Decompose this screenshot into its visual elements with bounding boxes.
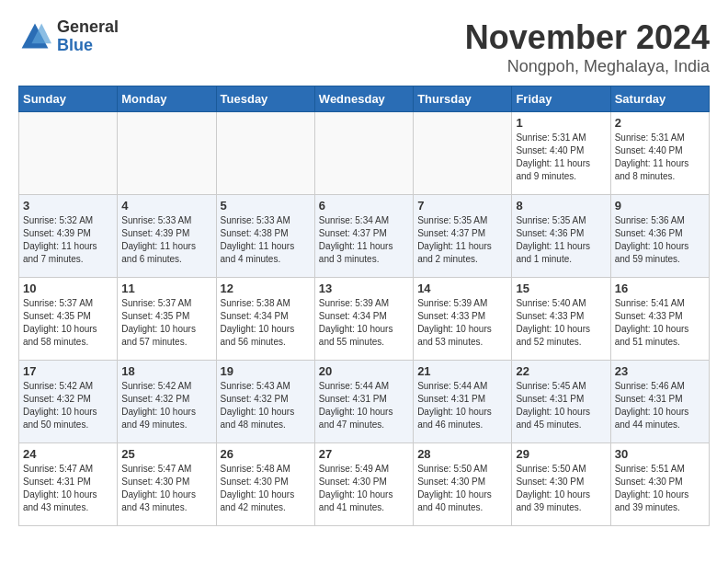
calendar-cell: 25Sunrise: 5:47 AM Sunset: 4:30 PM Dayli… bbox=[118, 443, 216, 526]
day-info: Sunrise: 5:32 AM Sunset: 4:39 PM Dayligh… bbox=[23, 214, 113, 266]
day-number: 5 bbox=[221, 199, 311, 213]
day-info: Sunrise: 5:47 AM Sunset: 4:31 PM Dayligh… bbox=[23, 463, 113, 514]
day-info: Sunrise: 5:42 AM Sunset: 4:32 PM Dayligh… bbox=[23, 380, 113, 431]
day-info: Sunrise: 5:46 AM Sunset: 4:31 PM Dayligh… bbox=[615, 380, 705, 431]
day-number: 29 bbox=[516, 447, 606, 461]
day-number: 8 bbox=[516, 199, 606, 213]
calendar-cell: 2Sunrise: 5:31 AM Sunset: 4:40 PM Daylig… bbox=[610, 112, 709, 195]
calendar-cell: 8Sunrise: 5:35 AM Sunset: 4:36 PM Daylig… bbox=[512, 195, 610, 278]
day-info: Sunrise: 5:33 AM Sunset: 4:38 PM Dayligh… bbox=[221, 214, 311, 266]
day-info: Sunrise: 5:42 AM Sunset: 4:32 PM Dayligh… bbox=[121, 380, 211, 431]
calendar-cell: 16Sunrise: 5:41 AM Sunset: 4:33 PM Dayli… bbox=[610, 278, 709, 361]
calendar-cell: 11Sunrise: 5:37 AM Sunset: 4:35 PM Dayli… bbox=[118, 278, 216, 361]
day-number: 25 bbox=[121, 447, 211, 461]
calendar-cell: 23Sunrise: 5:46 AM Sunset: 4:31 PM Dayli… bbox=[610, 361, 709, 443]
calendar-cell bbox=[414, 112, 512, 195]
day-number: 27 bbox=[319, 447, 409, 461]
weekday-header-sunday: Sunday bbox=[19, 86, 118, 112]
logo-general: General bbox=[57, 18, 119, 37]
day-number: 14 bbox=[417, 282, 507, 295]
day-number: 24 bbox=[23, 447, 113, 461]
calendar-cell bbox=[19, 112, 118, 195]
calendar-cell: 29Sunrise: 5:50 AM Sunset: 4:30 PM Dayli… bbox=[512, 443, 610, 526]
day-number: 4 bbox=[121, 199, 211, 213]
day-info: Sunrise: 5:38 AM Sunset: 4:34 PM Dayligh… bbox=[221, 297, 311, 349]
day-info: Sunrise: 5:51 AM Sunset: 4:30 PM Dayligh… bbox=[615, 463, 705, 514]
logo-icon bbox=[18, 20, 51, 53]
calendar-cell: 6Sunrise: 5:34 AM Sunset: 4:37 PM Daylig… bbox=[314, 195, 413, 278]
day-number: 16 bbox=[615, 282, 705, 295]
calendar-cell: 18Sunrise: 5:42 AM Sunset: 4:32 PM Dayli… bbox=[118, 361, 216, 443]
calendar-cell bbox=[314, 112, 413, 195]
calendar: SundayMondayTuesdayWednesdayThursdayFrid… bbox=[18, 86, 710, 526]
calendar-cell: 19Sunrise: 5:43 AM Sunset: 4:32 PM Dayli… bbox=[216, 361, 314, 443]
header: General Blue November 2024 Nongpoh, Megh… bbox=[18, 18, 710, 76]
calendar-cell: 26Sunrise: 5:48 AM Sunset: 4:30 PM Dayli… bbox=[216, 443, 314, 526]
day-number: 21 bbox=[417, 364, 507, 378]
day-info: Sunrise: 5:39 AM Sunset: 4:33 PM Dayligh… bbox=[417, 297, 507, 349]
calendar-cell: 20Sunrise: 5:44 AM Sunset: 4:31 PM Dayli… bbox=[314, 361, 413, 443]
day-number: 6 bbox=[319, 199, 409, 213]
weekday-header-saturday: Saturday bbox=[610, 86, 709, 112]
day-info: Sunrise: 5:37 AM Sunset: 4:35 PM Dayligh… bbox=[121, 297, 211, 349]
day-info: Sunrise: 5:47 AM Sunset: 4:30 PM Dayligh… bbox=[121, 463, 211, 514]
weekday-header-monday: Monday bbox=[118, 86, 216, 112]
day-number: 19 bbox=[221, 364, 311, 378]
calendar-cell: 24Sunrise: 5:47 AM Sunset: 4:31 PM Dayli… bbox=[19, 443, 118, 526]
weekday-header-friday: Friday bbox=[512, 86, 610, 112]
weekday-header-tuesday: Tuesday bbox=[216, 86, 314, 112]
calendar-cell: 27Sunrise: 5:49 AM Sunset: 4:30 PM Dayli… bbox=[314, 443, 413, 526]
day-number: 9 bbox=[615, 199, 705, 213]
calendar-cell: 15Sunrise: 5:40 AM Sunset: 4:33 PM Dayli… bbox=[512, 278, 610, 361]
day-info: Sunrise: 5:33 AM Sunset: 4:39 PM Dayligh… bbox=[121, 214, 211, 266]
day-number: 18 bbox=[121, 364, 211, 378]
day-number: 17 bbox=[23, 364, 113, 378]
calendar-cell: 14Sunrise: 5:39 AM Sunset: 4:33 PM Dayli… bbox=[414, 278, 512, 361]
calendar-cell: 22Sunrise: 5:45 AM Sunset: 4:31 PM Dayli… bbox=[512, 361, 610, 443]
calendar-cell: 17Sunrise: 5:42 AM Sunset: 4:32 PM Dayli… bbox=[19, 361, 118, 443]
location-title: Nongpoh, Meghalaya, India bbox=[465, 57, 710, 76]
day-info: Sunrise: 5:50 AM Sunset: 4:30 PM Dayligh… bbox=[516, 463, 606, 514]
day-number: 11 bbox=[121, 282, 211, 295]
day-number: 28 bbox=[417, 447, 507, 461]
day-info: Sunrise: 5:40 AM Sunset: 4:33 PM Dayligh… bbox=[516, 297, 606, 349]
day-info: Sunrise: 5:39 AM Sunset: 4:34 PM Dayligh… bbox=[319, 297, 409, 349]
weekday-header-thursday: Thursday bbox=[414, 86, 512, 112]
day-info: Sunrise: 5:36 AM Sunset: 4:36 PM Dayligh… bbox=[615, 214, 705, 266]
day-info: Sunrise: 5:48 AM Sunset: 4:30 PM Dayligh… bbox=[221, 463, 311, 514]
day-info: Sunrise: 5:44 AM Sunset: 4:31 PM Dayligh… bbox=[319, 380, 409, 431]
day-info: Sunrise: 5:37 AM Sunset: 4:35 PM Dayligh… bbox=[23, 297, 113, 349]
day-number: 2 bbox=[615, 116, 705, 130]
title-section: November 2024 Nongpoh, Meghalaya, India bbox=[465, 18, 710, 76]
day-number: 13 bbox=[319, 282, 409, 295]
calendar-cell: 13Sunrise: 5:39 AM Sunset: 4:34 PM Dayli… bbox=[314, 278, 413, 361]
logo: General Blue bbox=[18, 18, 119, 55]
calendar-cell: 4Sunrise: 5:33 AM Sunset: 4:39 PM Daylig… bbox=[118, 195, 216, 278]
day-number: 1 bbox=[516, 116, 606, 130]
day-info: Sunrise: 5:41 AM Sunset: 4:33 PM Dayligh… bbox=[615, 297, 705, 349]
day-info: Sunrise: 5:31 AM Sunset: 4:40 PM Dayligh… bbox=[516, 132, 606, 183]
logo-blue: Blue bbox=[57, 37, 119, 55]
day-info: Sunrise: 5:35 AM Sunset: 4:36 PM Dayligh… bbox=[516, 214, 606, 266]
day-info: Sunrise: 5:44 AM Sunset: 4:31 PM Dayligh… bbox=[417, 380, 507, 431]
day-info: Sunrise: 5:35 AM Sunset: 4:37 PM Dayligh… bbox=[417, 214, 507, 266]
calendar-cell: 9Sunrise: 5:36 AM Sunset: 4:36 PM Daylig… bbox=[610, 195, 709, 278]
month-title: November 2024 bbox=[465, 18, 710, 57]
day-number: 12 bbox=[221, 282, 311, 295]
calendar-cell: 28Sunrise: 5:50 AM Sunset: 4:30 PM Dayli… bbox=[414, 443, 512, 526]
day-number: 20 bbox=[319, 364, 409, 378]
day-number: 7 bbox=[417, 199, 507, 213]
day-number: 22 bbox=[516, 364, 606, 378]
logo-text: General Blue bbox=[57, 18, 119, 55]
day-number: 26 bbox=[221, 447, 311, 461]
day-info: Sunrise: 5:45 AM Sunset: 4:31 PM Dayligh… bbox=[516, 380, 606, 431]
day-info: Sunrise: 5:31 AM Sunset: 4:40 PM Dayligh… bbox=[615, 132, 705, 183]
calendar-cell: 7Sunrise: 5:35 AM Sunset: 4:37 PM Daylig… bbox=[414, 195, 512, 278]
day-info: Sunrise: 5:34 AM Sunset: 4:37 PM Dayligh… bbox=[319, 214, 409, 266]
calendar-cell: 5Sunrise: 5:33 AM Sunset: 4:38 PM Daylig… bbox=[216, 195, 314, 278]
calendar-cell: 21Sunrise: 5:44 AM Sunset: 4:31 PM Dayli… bbox=[414, 361, 512, 443]
calendar-cell bbox=[216, 112, 314, 195]
day-number: 23 bbox=[615, 364, 705, 378]
calendar-cell: 1Sunrise: 5:31 AM Sunset: 4:40 PM Daylig… bbox=[512, 112, 610, 195]
day-info: Sunrise: 5:43 AM Sunset: 4:32 PM Dayligh… bbox=[221, 380, 311, 431]
